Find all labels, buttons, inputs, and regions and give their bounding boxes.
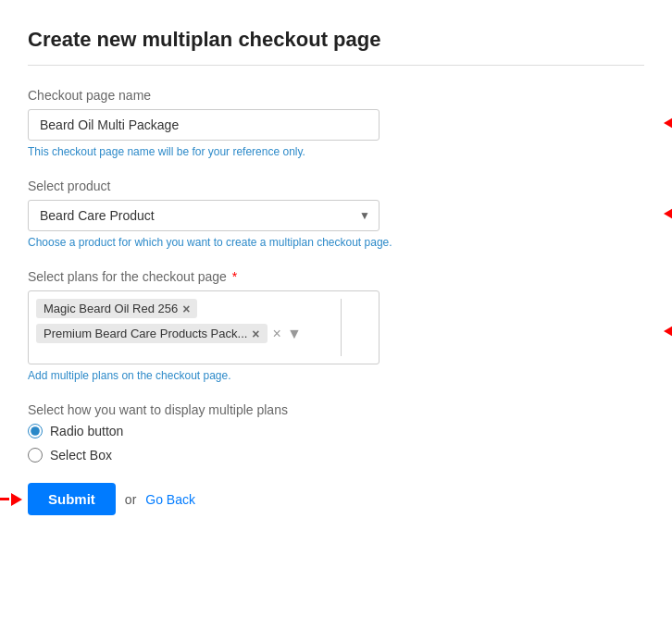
multiselect-dropdown-icon[interactable]: ▼: [287, 326, 302, 342]
multiselect-divider: [341, 299, 342, 356]
select-plans-hint: Add multiple plans on the checkout page.: [28, 369, 644, 382]
select-plans-hint-suffix: on the checkout page.: [121, 369, 230, 382]
checkout-name-hint: This checkout page name will be for your…: [28, 145, 644, 158]
display-mode-label: Select how you want to display multiple …: [28, 402, 644, 417]
submit-button[interactable]: Submit: [28, 483, 116, 515]
select-product-section: Select product Beard Care Product Other …: [28, 179, 644, 249]
select-plans-hint-prefix: Add: [28, 369, 51, 382]
plan-tag-1-label: Magic Beard Oil Red 256: [44, 302, 178, 315]
plan-tag-2-row: Premium Beard Care Products Pack... × × …: [36, 324, 371, 343]
arrow-select-plans: [664, 325, 672, 338]
select-box-label: Select Box: [50, 448, 112, 463]
multiselect-clear-icon[interactable]: ×: [273, 326, 281, 342]
select-product-label: Select product: [28, 179, 644, 193]
multiselect-box[interactable]: Magic Beard Oil Red 256 × Premium Beard …: [28, 290, 380, 364]
checkout-name-input[interactable]: [28, 109, 380, 141]
radio-button-input[interactable]: [28, 424, 43, 438]
select-plans-section: Select plans for the checkout page * Mag…: [28, 269, 644, 382]
select-plans-hint-link[interactable]: multiple plans: [51, 369, 118, 382]
arrow-checkout-name: [664, 117, 672, 130]
radio-option-select: Select Box: [28, 448, 644, 463]
select-product-dropdown[interactable]: Beard Care Product Other Product: [28, 200, 380, 231]
checkout-name-label: Checkout page name: [28, 88, 644, 103]
plan-tag-2-label: Premium Beard Care Products Pack...: [44, 327, 247, 340]
plan-tag-1-remove[interactable]: ×: [182, 302, 190, 315]
page-title: Create new multiplan checkout page: [28, 28, 644, 52]
display-mode-section: Select how you want to display multiple …: [28, 402, 644, 463]
select-box-input[interactable]: [28, 448, 43, 463]
required-indicator: *: [229, 269, 237, 284]
arrow-submit: [0, 493, 22, 506]
plan-tag-1: Magic Beard Oil Red 256 ×: [36, 299, 197, 318]
go-back-link[interactable]: Go Back: [145, 492, 195, 507]
select-plans-label: Select plans for the checkout page *: [28, 269, 644, 284]
radio-option-radio: Radio button: [28, 424, 644, 438]
radio-button-label: Radio button: [50, 424, 123, 438]
divider: [28, 65, 644, 66]
arrow-select-product: [664, 207, 672, 220]
or-text: or: [125, 492, 136, 507]
select-product-wrapper: Beard Care Product Other Product ▼: [28, 200, 380, 231]
plan-tag-2: Premium Beard Care Products Pack... ×: [36, 324, 268, 343]
plan-tag-2-remove[interactable]: ×: [252, 327, 259, 340]
submit-row: Submit or Go Back: [28, 483, 644, 515]
checkout-name-section: Checkout page name This checkout page na…: [28, 88, 644, 158]
select-product-hint: Choose a product for which you want to c…: [28, 236, 644, 249]
